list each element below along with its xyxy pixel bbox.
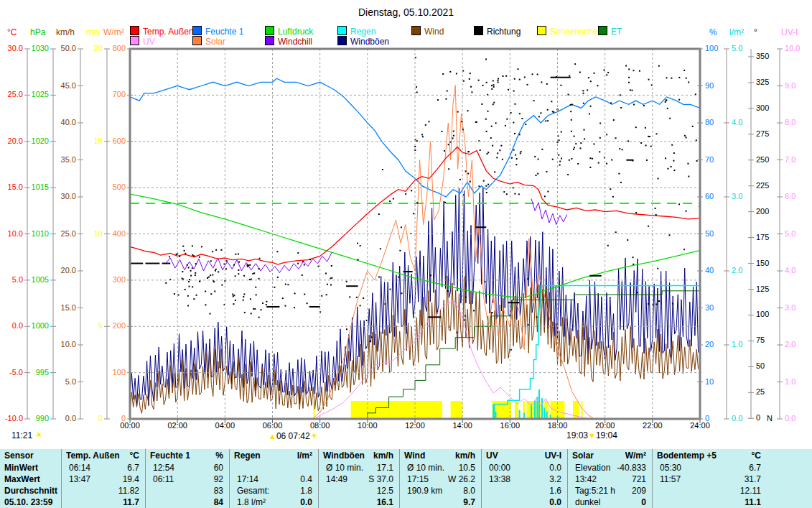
cell-value: 60	[214, 463, 229, 474]
cell-label: Elevation	[568, 463, 610, 474]
axis-tick-hpa: 1005	[20, 275, 49, 285]
axis-tick-uvi: 10.0	[785, 44, 812, 53]
col-unit: km/h	[455, 451, 481, 463]
cell-value: 83	[214, 486, 229, 497]
cell-label: Ø 10 min.	[400, 463, 444, 474]
time-label: 22:00	[637, 421, 668, 430]
cell-value: 10.5	[459, 463, 481, 474]
table-col-windb-en: Windböenkm/hØ 10 min.17.114:49S 37.012.5…	[318, 449, 399, 508]
col-title: UV	[482, 451, 498, 463]
cell-label: 13:47	[62, 474, 90, 486]
table-col-bodentemp-5: Bodentemp +5°C05:306.711:5731.712.1111.1	[652, 449, 767, 508]
axis-tick-kmh: 30.0	[47, 192, 76, 201]
cell-label	[230, 463, 237, 474]
axis-tick-deg: 250	[756, 155, 788, 165]
time-label: 02:00	[162, 421, 193, 430]
table-col-temp-au-en: Temp. Außen°C06:146.713:4719.411.8211.7	[61, 449, 145, 508]
cell-value: 84	[214, 497, 229, 508]
axis-tick-uvi: 0.0	[785, 414, 812, 423]
axis-tick-uvi: 7.0	[785, 155, 812, 165]
sunrise-icon: ▲	[269, 432, 276, 440]
cell-value: 209	[632, 486, 652, 497]
sun-icon: ☀	[34, 430, 43, 440]
cell-value: 0.0	[549, 497, 567, 508]
col-unit: °C	[752, 451, 767, 463]
cell-label	[62, 486, 69, 497]
axis-tick-hpa: 1010	[20, 229, 49, 239]
axis-tick-kmh: 35.0	[47, 155, 76, 165]
axis-tick-lm2: 3.0	[732, 192, 763, 201]
cell-label	[319, 486, 326, 497]
table-col-solar: SolarW/m²Elevation-40.83313:42721Tag:5:2…	[567, 449, 652, 508]
cell-value: 1.8	[300, 486, 318, 497]
cell-label: 13:42	[568, 474, 597, 486]
row-label: 05.10. 23:59	[0, 497, 52, 508]
sunset-marker: 19:03▼19:04	[566, 430, 617, 440]
col-unit: km/h	[373, 451, 399, 463]
col-unit: W/m²	[625, 451, 652, 463]
table-col-uv: UVUV-I00:000.013:383.21.60.0	[481, 449, 567, 508]
axis-tick-kmh: 5.0	[47, 377, 76, 387]
cell-label: 14:49	[319, 474, 347, 486]
cell-value: 8.0	[463, 486, 481, 497]
col-title: Regen	[230, 451, 261, 463]
series-richtung-linien	[130, 78, 633, 318]
axis-tick-deg: 350	[756, 52, 788, 61]
axis-tick-pct: 30	[705, 303, 737, 313]
axis-tick-hpa: 1015	[20, 183, 49, 192]
cell-label	[653, 497, 660, 508]
series-windboeen	[130, 188, 699, 407]
day-length-value: 11:21	[11, 430, 32, 440]
weather-chart	[0, 0, 812, 449]
cell-value: -40.833	[617, 463, 652, 474]
sunset-time-2: 19:04	[596, 430, 617, 440]
cell-label: Gesamt:	[230, 486, 269, 497]
axis-tick-wm2: 400	[97, 229, 126, 239]
time-label: 06:00	[257, 421, 289, 430]
cell-label: 11:57	[653, 474, 681, 486]
axis-tick-kmh: 10.0	[47, 340, 76, 349]
axis-tick-kmh: 15.0	[47, 303, 76, 313]
axis-tick-deg: 50	[756, 361, 788, 371]
axis-tick-wm2: 500	[97, 183, 126, 192]
cell-value: 11.7	[123, 497, 145, 508]
cell-label: Tag:5:21 h	[568, 486, 615, 497]
cell-label: 17:15	[400, 474, 429, 486]
cell-label	[482, 486, 489, 497]
axis-tick-pct: 10	[705, 377, 737, 387]
time-label: 08:00	[304, 421, 336, 430]
axis-tick-hpa: 990	[20, 414, 49, 423]
axis-tick-pct: 70	[705, 155, 737, 165]
time-label: 14:00	[447, 421, 478, 430]
cell-value: 6.7	[127, 463, 145, 474]
cell-value	[312, 463, 318, 474]
time-label: 00:00	[114, 421, 146, 430]
axis-tick-wm2: 700	[97, 90, 126, 99]
axis-tick-hpa: 1000	[20, 321, 49, 331]
cell-value: 721	[632, 474, 652, 486]
cell-label	[146, 486, 153, 497]
cell-value: 16.1	[377, 497, 399, 508]
cell-label: dunkel	[568, 497, 600, 508]
cell-label: 13:38	[482, 474, 510, 486]
cell-value: W 26.2	[448, 474, 481, 486]
axis-tick-wm2: 300	[97, 275, 126, 285]
col-unit: UV-I	[545, 451, 567, 463]
col-title: Feuchte 1	[146, 451, 190, 463]
cell-label	[482, 497, 489, 508]
sunrise-marker: ▲06 07:42☀	[269, 430, 318, 441]
axis-tick-hpa: 1025	[20, 90, 49, 99]
cell-label: 190.9 km	[400, 486, 442, 497]
cell-label: 1.8 l/m²	[230, 497, 266, 508]
time-label: 18:00	[542, 421, 574, 430]
axis-tick-kmh: 50.0	[47, 44, 76, 53]
day-length-marker: 11:21 ☀	[11, 430, 43, 440]
axis-tick-deg: 125	[756, 285, 788, 294]
cell-value: S 37.0	[368, 474, 399, 486]
cell-label: 00:00	[482, 463, 510, 474]
axis-tick-wm2: 600	[97, 137, 126, 146]
cell-label: 17:14	[230, 474, 258, 486]
axis-tick-hpa: 995	[20, 368, 49, 377]
axis-tick-uvi: 2.0	[785, 340, 812, 349]
axis-tick-kmh: 20.0	[47, 266, 76, 275]
